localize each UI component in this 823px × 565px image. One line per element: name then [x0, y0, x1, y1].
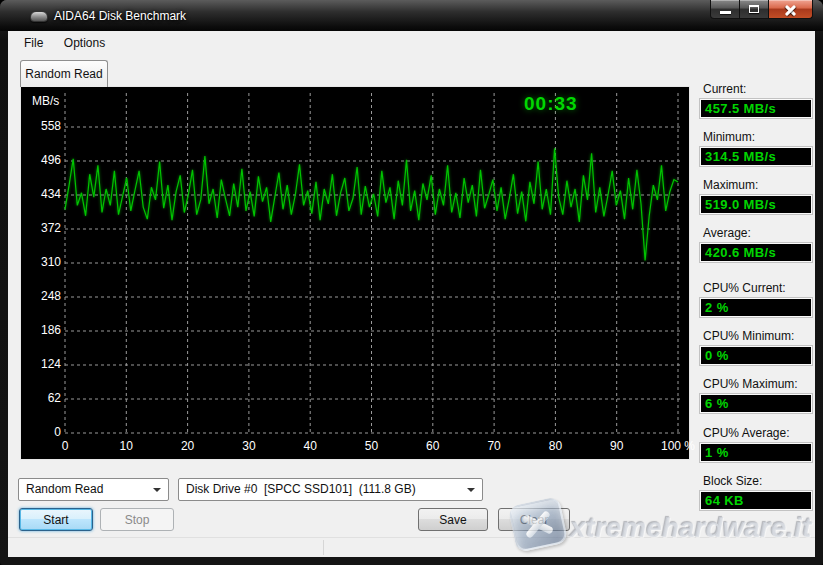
stat-current: Current: 457.5 MB/s [700, 82, 812, 118]
clear-button[interactable]: Clear [498, 508, 570, 531]
maximize-button[interactable] [740, 0, 768, 19]
chevron-down-icon [153, 488, 161, 492]
x-tick-label: 100 % [661, 439, 695, 453]
title-bar[interactable]: AIDA64 Disk Benchmark [0, 0, 823, 31]
y-tick-label: 186 [27, 323, 61, 337]
stat-label: CPU% Average: [700, 426, 812, 440]
stat-cpu-minimum: CPU% Minimum: 0 % [700, 329, 812, 365]
stat-label: Maximum: [700, 178, 812, 192]
stat-block-size: Block Size: 64 KB [700, 474, 812, 510]
x-tick-label: 10 [120, 439, 133, 453]
client-area: File Options Random Read MB/s 00:33 5584… [8, 31, 815, 557]
stat-minimum: Minimum: 314.5 MB/s [700, 130, 812, 166]
stat-label: Minimum: [700, 130, 812, 144]
y-tick-label: 558 [27, 119, 61, 133]
x-tick-label: 50 [365, 439, 378, 453]
stat-cpu-maximum: CPU% Maximum: 6 % [700, 377, 812, 413]
stat-value: 314.5 MB/s [700, 147, 812, 166]
minimize-button[interactable] [710, 0, 740, 19]
x-tick-label: 80 [549, 439, 562, 453]
elapsed-timer: 00:33 [524, 93, 578, 115]
x-tick-label: 30 [242, 439, 255, 453]
y-tick-label: 62 [27, 391, 61, 405]
x-tick-label: 70 [487, 439, 500, 453]
benchmark-chart: MB/s 00:33 55849643437231024818612462001… [20, 86, 690, 460]
benchmark-type-value: Random Read [26, 482, 103, 496]
status-bar [8, 537, 815, 557]
x-tick-label: 0 [62, 439, 69, 453]
stat-average: Average: 420.6 MB/s [700, 226, 812, 262]
chevron-down-icon [467, 488, 475, 492]
chart-canvas [21, 87, 689, 459]
y-tick-label: 434 [27, 187, 61, 201]
stat-label: Current: [700, 82, 812, 96]
y-tick-label: 310 [27, 255, 61, 269]
start-button[interactable]: Start [19, 508, 93, 531]
tab-random-read[interactable]: Random Read [20, 60, 108, 87]
y-tick-label: 372 [27, 221, 61, 235]
stat-label: Average: [700, 226, 812, 240]
stat-cpu-average: CPU% Average: 1 % [700, 426, 812, 462]
x-tick-label: 40 [304, 439, 317, 453]
status-bar-separator [323, 540, 324, 555]
stat-value: 2 % [700, 298, 812, 317]
x-tick-label: 60 [426, 439, 439, 453]
window-title: AIDA64 Disk Benchmark [54, 9, 186, 23]
stat-value: 457.5 MB/s [700, 99, 812, 118]
save-button[interactable]: Save [418, 508, 488, 531]
stat-value: 64 KB [700, 491, 812, 510]
stat-maximum: Maximum: 519.0 MB/s [700, 178, 812, 214]
stat-label: Block Size: [700, 474, 812, 488]
stat-value: 519.0 MB/s [700, 195, 812, 214]
y-tick-label: 124 [27, 357, 61, 371]
app-icon [30, 11, 48, 22]
window-controls [710, 0, 813, 19]
menu-bar: File Options [8, 31, 815, 55]
drive-select-value: Disk Drive #0 [SPCC SSD101] (111.8 GB) [186, 482, 416, 496]
y-tick-label: 248 [27, 289, 61, 303]
drive-select[interactable]: Disk Drive #0 [SPCC SSD101] (111.8 GB) [178, 478, 483, 501]
y-tick-label: 0 [27, 425, 61, 439]
close-button[interactable] [768, 0, 813, 19]
minimize-icon [720, 11, 731, 14]
x-tick-label: 20 [181, 439, 194, 453]
chart-unit-label: MB/s [32, 94, 59, 108]
stat-value: 6 % [700, 394, 812, 413]
stop-button[interactable]: Stop [100, 508, 174, 531]
stat-value: 1 % [700, 443, 812, 462]
maximize-icon [749, 5, 759, 13]
stat-label: CPU% Maximum: [700, 377, 812, 391]
app-window: AIDA64 Disk Benchmark File Options Rando… [0, 0, 823, 565]
stat-cpu-current: CPU% Current: 2 % [700, 281, 812, 317]
y-tick-label: 496 [27, 153, 61, 167]
menu-file[interactable]: File [16, 31, 51, 54]
benchmark-type-select[interactable]: Random Read [18, 478, 169, 501]
stat-label: CPU% Current: [700, 281, 812, 295]
stat-value: 0 % [700, 346, 812, 365]
x-tick-label: 90 [610, 439, 623, 453]
menu-options[interactable]: Options [56, 31, 113, 54]
stat-value: 420.6 MB/s [700, 243, 812, 262]
stat-label: CPU% Minimum: [700, 329, 812, 343]
